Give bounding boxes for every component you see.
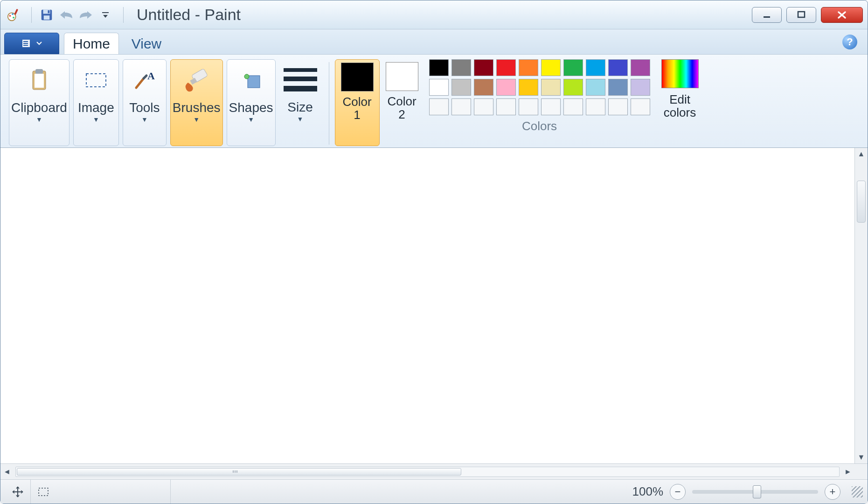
svg-point-24 bbox=[244, 74, 249, 79]
tools-group: A Tools ▼ bbox=[121, 59, 168, 147]
color-swatch[interactable] bbox=[586, 79, 605, 96]
svg-point-3 bbox=[13, 16, 14, 18]
color-swatch[interactable] bbox=[474, 98, 493, 115]
color-swatch[interactable] bbox=[563, 98, 583, 115]
color-swatch[interactable] bbox=[563, 59, 583, 76]
color1-button[interactable]: Color 1 bbox=[335, 59, 380, 146]
svg-rect-14 bbox=[23, 43, 28, 44]
color-swatch[interactable] bbox=[586, 59, 605, 76]
brushes-button[interactable]: Brushes ▼ bbox=[170, 59, 223, 146]
scroll-down-arrow-icon[interactable]: ▼ bbox=[855, 451, 868, 463]
svg-rect-8 bbox=[48, 10, 50, 13]
color-swatch[interactable] bbox=[429, 79, 449, 96]
vertical-scrollbar[interactable]: ▲ ▼ bbox=[854, 148, 868, 463]
svg-point-1 bbox=[9, 15, 11, 17]
color-swatch[interactable] bbox=[474, 79, 493, 96]
shapes-label: Shapes bbox=[229, 101, 273, 115]
canvas[interactable] bbox=[0, 148, 854, 463]
color-swatch[interactable] bbox=[541, 59, 561, 76]
svg-rect-17 bbox=[35, 74, 44, 88]
scroll-right-arrow-icon[interactable]: ► bbox=[841, 468, 854, 476]
horizontal-scroll-thumb[interactable] bbox=[17, 468, 461, 476]
color-swatch[interactable] bbox=[429, 59, 449, 76]
color2-button[interactable]: Color 2 bbox=[380, 59, 424, 146]
color-swatch[interactable] bbox=[451, 98, 471, 115]
color-swatch[interactable] bbox=[451, 59, 471, 76]
color-swatch[interactable] bbox=[608, 79, 628, 96]
color-swatch[interactable] bbox=[586, 98, 605, 115]
svg-rect-13 bbox=[23, 41, 28, 42]
paint-app-icon bbox=[5, 7, 22, 23]
svg-rect-19 bbox=[86, 74, 106, 87]
size-label: Size bbox=[287, 100, 312, 114]
chevron-down-icon: ▼ bbox=[93, 116, 99, 123]
edit-colors-button[interactable]: Edit colors bbox=[657, 59, 703, 147]
size-button[interactable]: Size ▼ bbox=[279, 59, 321, 146]
color-swatch[interactable] bbox=[541, 79, 561, 96]
zoom-out-button[interactable]: − bbox=[670, 484, 686, 500]
tools-label: Tools bbox=[129, 101, 160, 115]
file-menu-button[interactable] bbox=[4, 33, 59, 54]
color-swatch[interactable] bbox=[451, 79, 471, 96]
color-swatch[interactable] bbox=[496, 98, 516, 115]
color-swatch[interactable] bbox=[496, 79, 516, 96]
color-swatch[interactable] bbox=[429, 98, 449, 115]
color-swatch[interactable] bbox=[519, 79, 538, 96]
color-swatch[interactable] bbox=[519, 98, 538, 115]
zoom-controls: 100% − + bbox=[632, 484, 863, 500]
resize-grip-icon[interactable] bbox=[852, 486, 863, 497]
color-swatch[interactable] bbox=[563, 79, 583, 96]
scroll-left-arrow-icon[interactable]: ◄ bbox=[0, 468, 14, 476]
image-button[interactable]: Image ▼ bbox=[73, 59, 119, 146]
svg-point-2 bbox=[12, 13, 14, 15]
tab-view[interactable]: View bbox=[119, 33, 174, 54]
tools-button[interactable]: A Tools ▼ bbox=[123, 59, 167, 146]
svg-rect-15 bbox=[23, 45, 28, 46]
svg-text:A: A bbox=[147, 70, 155, 82]
title-bar: Untitled - Paint bbox=[0, 0, 868, 29]
color-swatch[interactable] bbox=[631, 79, 650, 96]
color-swatch[interactable] bbox=[631, 59, 650, 76]
color-swatch[interactable] bbox=[496, 59, 516, 76]
color-palette: Colors bbox=[429, 59, 650, 147]
ribbon: Clipboard ▼ Image ▼ A Tools ▼ bbox=[0, 55, 868, 148]
redo-button[interactable] bbox=[77, 7, 94, 23]
shapes-button[interactable]: Shapes ▼ bbox=[227, 59, 276, 146]
close-button[interactable] bbox=[821, 7, 863, 23]
svg-rect-7 bbox=[44, 15, 50, 20]
color-swatch[interactable] bbox=[608, 59, 628, 76]
brush-icon bbox=[180, 63, 213, 97]
zoom-slider-thumb[interactable] bbox=[753, 485, 761, 498]
size-group: Size ▼ bbox=[278, 59, 323, 147]
vertical-scroll-thumb[interactable] bbox=[857, 181, 866, 223]
ribbon-tabs: Home View ? bbox=[0, 29, 868, 55]
save-button[interactable] bbox=[38, 7, 55, 23]
color-swatch[interactable] bbox=[519, 59, 538, 76]
zoom-slider[interactable] bbox=[692, 490, 818, 494]
svg-rect-10 bbox=[764, 16, 770, 18]
horizontal-scrollbar[interactable]: ◄ ► bbox=[0, 463, 868, 479]
maximize-button[interactable] bbox=[786, 7, 816, 23]
color-swatch[interactable] bbox=[631, 98, 650, 115]
status-bar: 100% − + bbox=[0, 479, 868, 504]
help-icon[interactable]: ? bbox=[842, 35, 857, 49]
scroll-up-arrow-icon[interactable]: ▲ bbox=[855, 148, 868, 160]
zoom-in-button[interactable]: + bbox=[825, 484, 840, 500]
tab-home[interactable]: Home bbox=[64, 33, 119, 54]
paint-window: Untitled - Paint Home View ? bbox=[0, 0, 868, 504]
color1-label: Color 1 bbox=[342, 95, 371, 121]
clipboard-icon bbox=[22, 63, 56, 97]
zoom-level: 100% bbox=[632, 484, 664, 499]
undo-button[interactable] bbox=[58, 7, 75, 23]
color-swatch[interactable] bbox=[474, 59, 493, 76]
clipboard-button[interactable]: Clipboard ▼ bbox=[9, 59, 69, 146]
svg-rect-18 bbox=[35, 69, 43, 74]
horizontal-scroll-track[interactable] bbox=[15, 467, 840, 477]
brushes-group: Brushes ▼ bbox=[168, 59, 225, 147]
svg-rect-23 bbox=[248, 76, 260, 88]
color-swatch[interactable] bbox=[608, 98, 628, 115]
color-swatch[interactable] bbox=[541, 98, 561, 115]
minimize-button[interactable] bbox=[752, 7, 782, 23]
color1-swatch bbox=[341, 63, 374, 91]
qat-customize-button[interactable] bbox=[97, 7, 114, 23]
